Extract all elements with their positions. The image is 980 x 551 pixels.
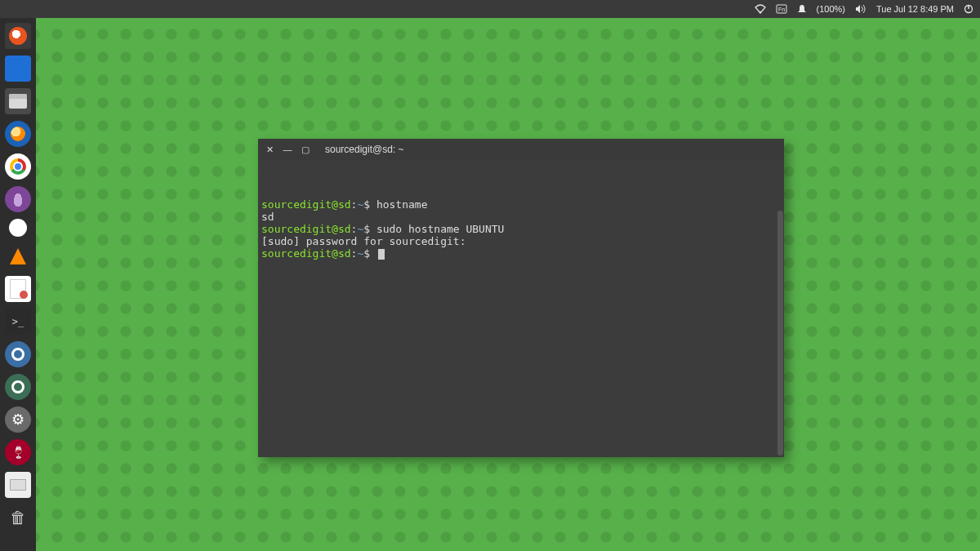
svg-point-0	[759, 11, 760, 13]
notifications-icon[interactable]	[797, 4, 807, 14]
keyboard-indicator-icon[interactable]: Fn	[776, 4, 787, 14]
top-panel: Fn (100%) Tue Jul 12 8:49 PM	[0, 0, 980, 18]
disc2-icon[interactable]	[5, 374, 31, 400]
battery-text[interactable]: (100%)	[817, 4, 845, 14]
dash-icon[interactable]	[5, 23, 31, 49]
maximize-icon[interactable]: ▢	[301, 144, 310, 154]
files-icon[interactable]	[5, 88, 31, 114]
minimize-icon[interactable]: —	[283, 144, 292, 154]
scrollbar[interactable]	[777, 211, 783, 455]
dot-icon[interactable]	[9, 219, 27, 237]
window-title: sourcedigit@sd: ~	[325, 144, 404, 155]
cursor	[378, 249, 385, 260]
titlebar[interactable]: ✕ — ▢ sourcedigit@sd: ~	[258, 139, 784, 160]
power-icon[interactable]	[964, 4, 973, 14]
gedit-icon[interactable]	[5, 276, 31, 302]
wifi-icon[interactable]	[755, 4, 766, 14]
tor-icon[interactable]	[5, 186, 31, 212]
usb-icon[interactable]	[5, 472, 31, 498]
firefox-icon[interactable]	[5, 121, 31, 147]
terminal-window: ✕ — ▢ sourcedigit@sd: ~ sourcedigit@sd:~…	[258, 139, 784, 457]
system-tray: Fn (100%) Tue Jul 12 8:49 PM	[755, 4, 973, 14]
close-icon[interactable]: ✕	[265, 144, 274, 154]
settings-icon[interactable]	[5, 407, 31, 433]
terminal-body[interactable]: sourcedigit@sd:~$ hostnamesdsourcedigit@…	[258, 160, 784, 457]
terminal-line: sd	[261, 211, 781, 223]
volume-icon[interactable]	[855, 4, 866, 14]
chromium-icon[interactable]	[5, 153, 31, 180]
app-icon[interactable]	[5, 56, 31, 82]
terminal-line: sourcedigit@sd:~$	[261, 247, 781, 260]
svg-text:Fn: Fn	[777, 7, 784, 12]
wine-icon[interactable]	[5, 439, 31, 465]
clock-text[interactable]: Tue Jul 12 8:49 PM	[876, 4, 954, 14]
desktop: Fn (100%) Tue Jul 12 8:49 PM	[0, 0, 980, 551]
trash-icon[interactable]	[5, 504, 31, 531]
terminal-line: sourcedigit@sd:~$ sudo hostname UBUNTU	[261, 223, 781, 235]
disc-icon[interactable]	[5, 341, 31, 367]
terminal-line: [sudo] password for sourcedigit:	[261, 235, 781, 247]
launcher	[0, 18, 36, 551]
vlc-icon[interactable]	[5, 243, 31, 269]
terminal-icon[interactable]	[5, 309, 31, 335]
terminal-line: sourcedigit@sd:~$ hostname	[261, 198, 781, 211]
